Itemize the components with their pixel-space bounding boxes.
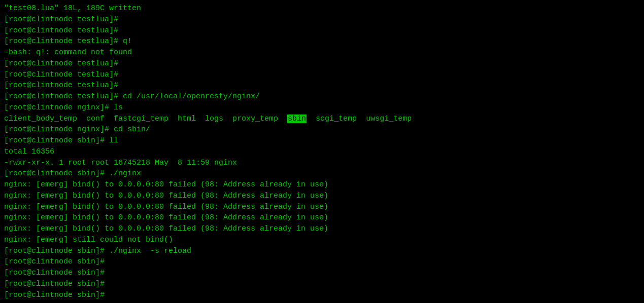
terminal-line: nginx: [emerg] bind() to 0.0.0.0:80 fail… [4,179,640,191]
terminal-line: [root@clintnode sbin]# [4,268,640,279]
terminal-line: [root@clintnode nginx]# cd sbin/ [4,124,640,135]
terminal-line: [root@clintnode testlua]# [4,25,640,36]
terminal-line: [root@clintnode testlua]# [4,14,640,25]
terminal-line: nginx: [emerg] bind() to 0.0.0.0:80 fail… [4,191,640,202]
ls-before-highlight: client_body_temp conf fastcgi_temp html … [4,115,287,123]
terminal-line: nginx: [emerg] bind() to 0.0.0.0:80 fail… [4,223,640,235]
sbin-highlight: sbin [287,115,307,123]
terminal-line: [root@clintnode sbin]# ./nginx [4,168,640,179]
terminal-line: [root@clintnode testlua]# [4,69,640,81]
terminal-line: [root@clintnode sbin]# ll [4,135,640,146]
terminal-line: [root@clintnode sbin]# [4,256,640,268]
terminal-line: [root@clintnode nginx]# ls [4,102,640,113]
terminal-line: [root@clintnode sbin]# ./nginx -s reload [4,246,640,257]
terminal-line: nginx: [emerg] bind() to 0.0.0.0:80 fail… [4,202,640,213]
terminal-line: "test08.lua" 18L, 189C written [4,3,640,14]
terminal-line: [root@clintnode testlua]# [4,58,640,69]
terminal-line: [root@clintnode sbin]# [4,290,640,301]
ls-output-line: client_body_temp conf fastcgi_temp html … [4,113,640,125]
terminal-window[interactable]: "test08.lua" 18L, 189C written [root@cli… [0,0,644,303]
terminal-line: total 16356 [4,146,640,158]
terminal-line: -bash: q!: command not found [4,47,640,58]
terminal-line: nginx: [emerg] bind() to 0.0.0.0:80 fail… [4,212,640,223]
terminal-line: nginx: [emerg] still could not bind() [4,235,640,246]
terminal-line: [root@clintnode testlua]# [4,80,640,91]
terminal-line: -rwxr-xr-x. 1 root root 16745218 May 8 1… [4,158,640,169]
terminal-line: [root@clintnode testlua]# q! [4,36,640,47]
ls-after-highlight: scgi_temp uwsgi_temp [307,115,412,123]
terminal-line: [root@clintnode testlua]# cd /usr/local/… [4,91,640,102]
terminal-line: [root@clintnode sbin]# [4,279,640,290]
